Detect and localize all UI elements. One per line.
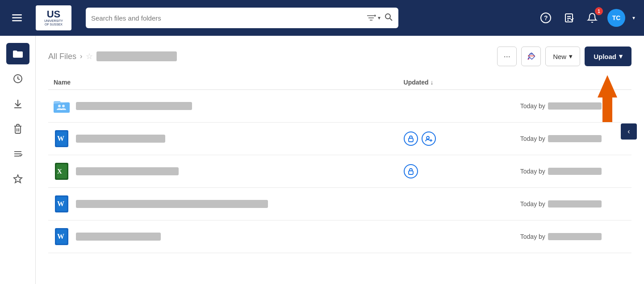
breadcrumb-separator: › [80, 52, 82, 60]
svg-rect-31 [54, 102, 70, 113]
col-empty-header [515, 75, 631, 90]
file-name-cell [48, 90, 398, 123]
date-prefix: Today by [520, 135, 545, 142]
svg-rect-0 [12, 14, 22, 16]
svg-rect-38 [409, 138, 413, 142]
header-actions: ? 1 TC ▾ [538, 9, 635, 27]
excel-icon: X [54, 161, 70, 181]
svg-rect-45 [409, 171, 413, 174]
table-row[interactable]: W Today by [48, 220, 631, 253]
file-date-cell: Today by [515, 155, 631, 188]
word-icon: W [54, 129, 70, 148]
menu-button[interactable] [9, 10, 25, 26]
date-name-bar [548, 200, 602, 208]
new-button-label: New [553, 53, 566, 60]
svg-line-28 [528, 59, 529, 59]
upload-button-label: Upload [594, 53, 616, 60]
search-filter-button[interactable]: ▾ [366, 14, 381, 22]
add-person-icon [422, 131, 436, 146]
logo-us-text: US [47, 9, 61, 19]
breadcrumb-home[interactable]: All Files [48, 52, 76, 61]
col-updated-header[interactable]: Updated ↓ [398, 75, 515, 90]
notifications-wrapper: 1 [584, 10, 600, 26]
breadcrumb: All Files › ☆ [48, 51, 497, 61]
svg-text:W: W [57, 135, 64, 142]
table-row[interactable]: W [48, 123, 631, 155]
sort-chevron-icon: ↓ [431, 79, 434, 86]
lock-icon [404, 131, 418, 146]
sidebar-item-recents[interactable] [6, 68, 29, 89]
file-name-bar [76, 233, 161, 241]
file-name-cell: W [48, 188, 398, 220]
svg-marker-24 [14, 175, 22, 183]
breadcrumb-star-icon[interactable]: ☆ [86, 51, 93, 61]
svg-point-33 [58, 105, 61, 107]
table-row[interactable]: W Today by [48, 188, 631, 220]
file-date-cell: Today by [515, 123, 631, 155]
sidebar-item-downloads[interactable] [6, 93, 29, 114]
sidebar-item-trash[interactable] [6, 118, 29, 140]
main-layout: All Files › ☆ ··· [0, 36, 644, 284]
help-button[interactable]: ? [538, 10, 554, 26]
folder-icon [54, 96, 70, 116]
sidebar [0, 36, 36, 284]
more-options-button[interactable]: ··· [497, 47, 517, 66]
new-button[interactable]: New ▾ [545, 47, 580, 66]
file-name-bar [76, 102, 192, 110]
avatar-chevron-icon[interactable]: ▾ [632, 15, 635, 21]
panel-toggle-button[interactable]: ‹ [621, 123, 637, 140]
table-row[interactable]: Today by [48, 90, 631, 123]
toolbar: All Files › ☆ ··· [48, 47, 631, 66]
date-prefix: Today by [520, 233, 545, 240]
date-name-bar [548, 233, 602, 240]
toolbar-actions: ··· New ▾ Up [497, 47, 631, 66]
logo-university-text: UNIVERSITY [44, 19, 63, 23]
svg-rect-14 [13, 51, 23, 58]
svg-rect-2 [12, 20, 22, 21]
table-row[interactable]: X [48, 155, 631, 188]
upload-button-chevron: ▾ [619, 52, 623, 60]
date-name-bar [548, 168, 602, 175]
file-collab-cell [398, 123, 515, 155]
date-prefix: Today by [520, 102, 545, 110]
svg-text:?: ? [544, 14, 548, 21]
upload-button[interactable]: Upload ▾ [585, 47, 631, 66]
col-name-header: Name [48, 75, 398, 90]
word-icon: W [54, 194, 70, 214]
search-submit-button[interactable] [384, 13, 393, 24]
annotate-button[interactable] [521, 47, 541, 66]
sidebar-item-tasks[interactable] [6, 143, 29, 165]
file-collab-cell [398, 155, 515, 188]
svg-point-6 [385, 14, 390, 19]
svg-line-7 [390, 18, 392, 21]
file-name-cell: X [48, 155, 398, 188]
new-button-chevron: ▾ [569, 52, 573, 60]
content-area: All Files › ☆ ··· [36, 36, 644, 284]
logo-sussex-text: OF SUSSEX [45, 23, 63, 26]
date-prefix: Today by [520, 168, 545, 175]
logo: US UNIVERSITY OF SUSSEX [36, 5, 71, 30]
search-bar: ▾ [86, 8, 398, 28]
file-date-cell: Today by [515, 90, 631, 123]
avatar-button[interactable]: TC [607, 9, 625, 27]
file-table: Name Updated ↓ [48, 75, 631, 253]
file-date-cell: Today by [515, 220, 631, 253]
date-name-bar [548, 102, 602, 110]
svg-text:W: W [57, 200, 64, 208]
file-name-cell: W [48, 123, 398, 155]
file-name-bar [76, 200, 268, 208]
file-collab-cell [398, 90, 515, 123]
date-name-bar [548, 135, 602, 142]
file-name-cell: W [48, 220, 398, 253]
search-input[interactable] [91, 14, 363, 22]
tasks-button[interactable] [561, 10, 577, 26]
svg-text:W: W [57, 233, 64, 240]
file-name-bar [76, 167, 179, 175]
word-icon: W [54, 227, 70, 246]
file-collab-cell [398, 188, 515, 220]
sidebar-item-files[interactable] [6, 43, 29, 64]
sidebar-item-starred[interactable] [6, 168, 29, 190]
svg-point-34 [62, 105, 65, 107]
lock-icon [404, 164, 418, 178]
file-collab-cell [398, 220, 515, 253]
